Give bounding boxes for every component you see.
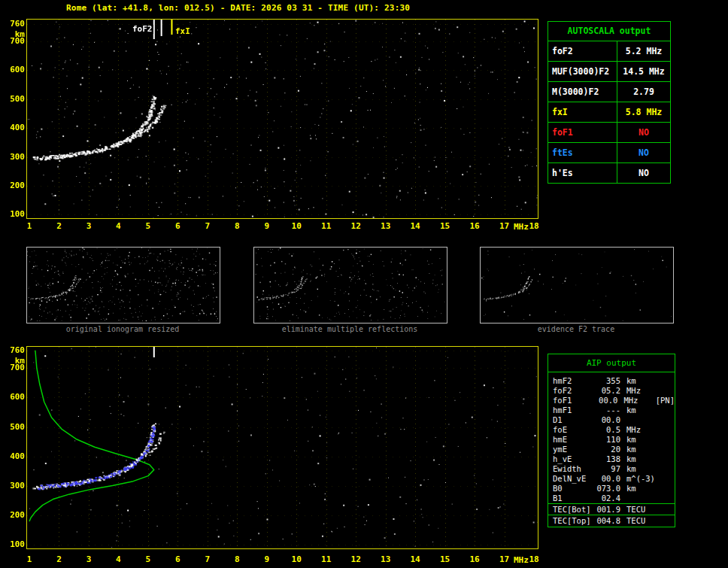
aip-extra	[658, 386, 660, 396]
x-tick-label: 7	[198, 222, 217, 231]
profile-ionogram-plot	[26, 346, 538, 549]
autoscala-row-value: 5.8 MHz	[617, 102, 670, 122]
y-tick-label: 400	[1, 452, 25, 461]
aip-value: 97	[595, 464, 620, 474]
aip-unit: km	[620, 405, 658, 415]
autoscala-row: fxI5.8 MHz	[548, 102, 670, 123]
aip-value: 004.8	[595, 515, 620, 526]
aip-name: foE	[553, 425, 595, 435]
aip-output-table: AIP output hmF2355kmfoF205.2MHzfoF100.0M…	[548, 354, 675, 527]
thumbnail-eliminate-canvas	[254, 248, 445, 321]
aip-value: 001.9	[595, 504, 620, 515]
aip-value: 02.4	[595, 494, 620, 503]
aip-unit: km	[620, 454, 658, 464]
x-tick-label: 1	[20, 555, 39, 564]
station-title: Rome (lat: +41.8, lon: 012.5) - DATE: 20…	[66, 3, 410, 13]
y-tick-label: 300	[1, 153, 25, 162]
aip-value: 00.0	[593, 396, 618, 405]
y-tick-label: 760	[1, 20, 25, 29]
aip-name: Ewidth	[553, 464, 595, 474]
autoscala-row-label: MUF(3000)F2	[548, 62, 617, 81]
aip-extra	[658, 515, 660, 526]
aip-row: h_vE138km	[548, 454, 675, 464]
aip-tec-row: TEC[Bot]001.9TECU	[548, 503, 675, 515]
aip-row: B102.4	[548, 494, 675, 503]
aip-value: 0.5	[595, 425, 620, 435]
y-tick-label: 100	[1, 540, 25, 549]
thumbnail-original-canvas	[27, 248, 218, 321]
x-tick-label: 1	[20, 222, 39, 231]
profile-ionogram-canvas	[27, 347, 538, 548]
aip-value: 110	[595, 435, 620, 445]
aip-unit: TECU	[620, 515, 658, 526]
aip-extra	[658, 415, 660, 425]
autoscala-row: foF1NO	[548, 123, 670, 143]
y-tick-label: 600	[1, 393, 25, 402]
x-axis-unit-label: MHz	[514, 556, 529, 565]
x-tick-label: 16	[465, 222, 484, 231]
x-tick-label: 12	[346, 555, 366, 564]
aip-extra	[658, 435, 660, 445]
y-axis-unit-label: km	[1, 30, 25, 39]
aip-output-header: AIP output	[548, 354, 675, 372]
autoscala-row-value: NO	[617, 163, 670, 183]
x-tick-label: 6	[168, 555, 187, 564]
aip-extra	[658, 454, 660, 464]
scaled-ionogram-plot	[26, 19, 538, 219]
autoscala-row-label: M(3000)F2	[548, 82, 617, 102]
y-tick-label: 400	[1, 123, 25, 132]
aip-output-rows: hmF2355kmfoF205.2MHzfoF100.0MHz[PN]hmF1-…	[548, 372, 675, 527]
aip-value: 138	[595, 454, 620, 464]
aip-unit: MHz	[617, 396, 654, 405]
aip-name: ymE	[553, 445, 595, 454]
x-tick-label: 4	[108, 555, 128, 564]
aip-value: 00.0	[595, 474, 620, 484]
x-tick-label: 13	[376, 555, 396, 564]
scaled-ionogram-canvas	[27, 20, 538, 218]
y-tick-label: 760	[1, 346, 25, 355]
x-tick-label: 11	[317, 222, 336, 231]
aip-unit	[620, 415, 658, 425]
aip-row: Ewidth97km	[548, 464, 675, 474]
x-tick-label: 5	[138, 222, 158, 231]
y-tick-label: 500	[1, 423, 25, 432]
x-tick-label: 6	[168, 222, 187, 231]
x-tick-label: 2	[49, 222, 68, 231]
autoscala-row-value: NO	[617, 123, 670, 142]
aip-unit: MHz	[620, 386, 658, 396]
aip-extra	[658, 484, 660, 494]
autoscala-row-value: 5.2 MHz	[617, 41, 670, 61]
autoscala-row: foF25.2 MHz	[548, 41, 670, 62]
fof2-marker-label: foF2	[132, 25, 153, 34]
aip-name: hmE	[553, 435, 595, 445]
x-tick-label: 8	[227, 222, 247, 231]
thumbnail-eliminate-reflections	[253, 247, 447, 323]
aip-unit: km	[620, 464, 658, 474]
autoscala-row-label: h'Es	[548, 163, 617, 183]
x-tick-label: 15	[435, 222, 455, 231]
y-axis-unit-label: km	[1, 357, 25, 366]
aip-name: foF1	[553, 396, 593, 405]
aip-extra	[658, 474, 660, 484]
autoscala-row-value: NO	[617, 143, 670, 163]
aip-extra	[658, 405, 660, 415]
x-tick-label: 10	[287, 222, 306, 231]
aip-name: B1	[553, 494, 595, 503]
aip-row: DelN_vE00.0m^(-3)	[548, 474, 675, 484]
aip-unit	[620, 494, 658, 503]
x-tick-label: 3	[79, 222, 99, 231]
x-tick-label: 15	[435, 555, 455, 564]
aip-name: TEC[Top]	[553, 515, 595, 526]
x-tick-label: 17	[495, 222, 514, 231]
autoscala-row-value: 14.5 MHz	[617, 62, 670, 81]
aip-extra	[658, 445, 660, 454]
aip-name: h_vE	[553, 454, 595, 464]
autoscala-row-label: foF2	[548, 41, 617, 61]
thumbnail-caption-eliminate: eliminate multiple reflections	[253, 325, 447, 333]
autoscala-row-label: fxI	[548, 102, 617, 122]
aip-extra	[658, 504, 660, 515]
aip-unit: m^(-3)	[620, 474, 658, 484]
x-tick-label: 8	[227, 555, 247, 564]
aip-row: D100.0	[548, 415, 675, 425]
y-tick-label: 600	[1, 65, 25, 74]
